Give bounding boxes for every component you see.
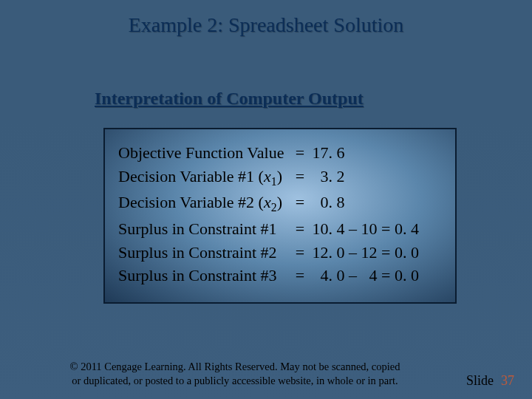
result-row: Surplus in Constraint #3 = 4. 0 – 4 = 0.…	[118, 264, 442, 287]
result-row: Surplus in Constraint #2 = 12. 0 – 12 = …	[118, 241, 442, 265]
copyright-line-1: © 2011 Cengage Learning. All Rights Rese…	[28, 360, 442, 375]
result-row: Surplus in Constraint #1 = 10. 4 – 10 = …	[118, 217, 442, 241]
copyright-line-2: or duplicated, or posted to a publicly a…	[28, 374, 442, 389]
row-value: 3. 2	[308, 165, 442, 188]
result-row: Decision Variable #1 (x1) = 3. 2	[118, 165, 442, 191]
row-label: Surplus in Constraint #2	[118, 241, 292, 265]
row-label: Objective Function Value	[118, 141, 292, 165]
content-box: Objective Function Value = 17. 6 Decisio…	[103, 128, 457, 304]
copyright-text: © 2011 Cengage Learning. All Rights Rese…	[28, 360, 442, 389]
row-value: 4. 0 – 4 = 0. 0	[308, 264, 442, 287]
variable-subscript: 2	[271, 202, 277, 214]
slide-footer: © 2011 Cengage Learning. All Rights Rese…	[0, 360, 532, 389]
row-label: Surplus in Constraint #3	[118, 264, 292, 287]
equals-sign: =	[292, 241, 308, 265]
slide-label: Slide	[466, 373, 494, 389]
equals-sign: =	[292, 191, 308, 214]
variable-symbol: x	[264, 167, 271, 185]
row-label: Surplus in Constraint #1	[118, 217, 292, 241]
equals-sign: =	[292, 217, 308, 241]
row-value: 0. 8	[308, 191, 442, 214]
row-label: Decision Variable #1 (x1)	[118, 165, 292, 191]
row-value: 12. 0 – 12 = 0. 0	[308, 241, 442, 265]
variable-subscript: 1	[271, 175, 277, 188]
result-row: Objective Function Value = 17. 6	[118, 141, 442, 165]
row-value: 10. 4 – 10 = 0. 4	[308, 217, 442, 241]
row-value: 17. 6	[308, 141, 442, 165]
slide-subtitle: Interpretation of Computer Output	[95, 89, 364, 109]
result-row: Decision Variable #2 (x2) = 0. 8	[118, 191, 442, 216]
equals-sign: =	[292, 264, 308, 287]
equals-sign: =	[292, 141, 308, 165]
variable-symbol: x	[264, 193, 271, 211]
slide: Example 2: Spreadsheet Solution Interpre…	[0, 0, 532, 399]
slide-number: Slide 37	[466, 373, 514, 389]
slide-number-value: 37	[501, 373, 514, 389]
equals-sign: =	[292, 165, 308, 188]
row-label: Decision Variable #2 (x2)	[118, 191, 292, 216]
slide-title: Example 2: Spreadsheet Solution	[0, 0, 532, 37]
